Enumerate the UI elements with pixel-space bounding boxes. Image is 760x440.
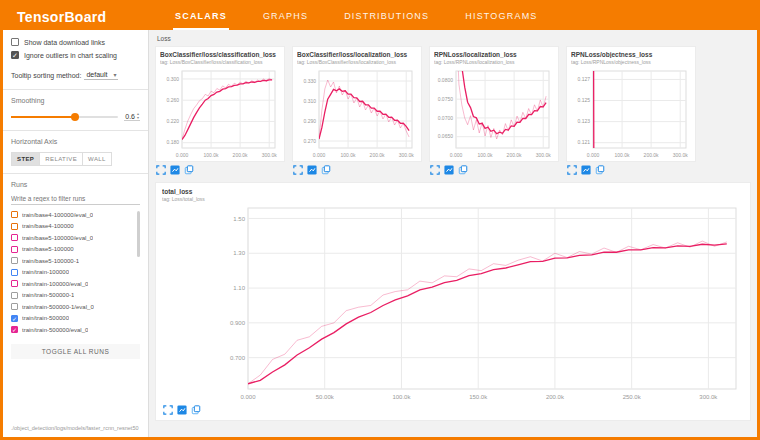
run-row[interactable]: ✓train/train-500000 [11, 313, 140, 325]
pin-chart-icon[interactable] [458, 165, 468, 175]
smoothing-slider[interactable] [11, 116, 118, 118]
svg-text:0.000: 0.000 [240, 394, 256, 400]
run-checkbox[interactable] [11, 257, 18, 264]
chart-canvas[interactable]: 0.000100.0k200.0k300.0k0.1800.2200.2600.… [160, 67, 280, 159]
run-checkbox[interactable] [11, 246, 18, 253]
pin-chart-icon[interactable] [184, 165, 194, 175]
expand-chart-icon[interactable] [170, 165, 180, 175]
svg-text:100.0k: 100.0k [204, 152, 220, 158]
fullscreen-icon[interactable] [293, 165, 303, 175]
svg-text:0.127: 0.127 [577, 76, 590, 82]
fullscreen-icon[interactable] [567, 165, 577, 175]
run-row[interactable]: train/base5-100000 [11, 244, 140, 256]
run-row[interactable]: train/base5-100000-1 [11, 255, 140, 267]
run-row[interactable]: train/train-500000-1/eval_0 [11, 301, 140, 313]
run-row[interactable]: train/base4-100000 [11, 221, 140, 233]
pin-chart-icon[interactable] [321, 165, 331, 175]
svg-text:100.0k: 100.0k [392, 394, 411, 400]
run-checkbox[interactable] [11, 234, 18, 241]
run-label: train/base5-100000-1 [22, 258, 79, 264]
checkbox-icon [11, 38, 19, 46]
tab-scalars[interactable]: SCALARS [173, 3, 229, 30]
run-label: train/train-500000 [22, 315, 69, 321]
smoothing-value: 0.6 [125, 113, 135, 120]
svg-text:0.000: 0.000 [450, 152, 463, 158]
horizontal-axis-toggle: STEP RELATIVE WALL [11, 152, 140, 166]
run-row[interactable]: train/train-100000 [11, 267, 140, 279]
tab-graphs[interactable]: GRAPHS [261, 3, 310, 30]
run-checkbox[interactable] [11, 211, 18, 218]
run-checkbox[interactable] [11, 280, 18, 287]
run-checkbox[interactable] [11, 303, 18, 310]
pin-chart-icon[interactable] [595, 165, 605, 175]
runs-scrollbar[interactable] [137, 211, 140, 257]
svg-text:300.0k: 300.0k [399, 152, 415, 158]
stepper-arrows-icon[interactable]: ▴▾ [137, 112, 139, 120]
runs-filter-input[interactable] [11, 193, 140, 205]
tooltip-sorting-select[interactable]: default ▾ [84, 70, 118, 80]
run-label: train/train-100000/eval_0 [22, 281, 88, 287]
run-checkbox[interactable] [11, 223, 18, 230]
svg-text:200.0k: 200.0k [370, 152, 386, 158]
axis-relative-button[interactable]: RELATIVE [40, 152, 83, 166]
svg-text:0.220: 0.220 [166, 118, 179, 124]
run-row[interactable]: train/train-100000/eval_0 [11, 278, 140, 290]
chart-tag: tag: Loss/BoxClassifier/loss/localizatio… [297, 59, 417, 65]
tooltip-sorting-row: Tooltip sorting method: default ▾ [11, 70, 140, 80]
chart-canvas[interactable]: 0.000100.0k200.0k300.0k0.06500.07000.075… [434, 67, 554, 159]
run-checkbox[interactable]: ✓ [11, 326, 18, 333]
run-row[interactable]: train/base5-100000/eval_0 [11, 232, 140, 244]
svg-text:0.121: 0.121 [577, 139, 590, 145]
run-checkbox[interactable] [11, 269, 18, 276]
run-row[interactable]: train/train-500000-1 [11, 290, 140, 302]
fullscreen-icon[interactable] [430, 165, 440, 175]
fullscreen-icon[interactable] [163, 405, 173, 415]
axis-step-button[interactable]: STEP [11, 152, 40, 166]
expand-chart-icon[interactable] [444, 165, 454, 175]
toggle-all-runs-button[interactable]: TOGGLE ALL RUNS [11, 344, 140, 359]
svg-text:0.000: 0.000 [587, 152, 600, 158]
tab-histograms[interactable]: HISTOGRAMS [463, 3, 539, 30]
run-checkbox[interactable] [11, 292, 18, 299]
chart-title: RPNLoss/objectness_loss [571, 51, 691, 58]
run-label: train/train-500000-1/eval_0 [22, 304, 94, 310]
smoothing-value-input[interactable]: 0.6 ▴▾ [124, 112, 140, 121]
chart-block: BoxClassifier/loss/localization_loss tag… [292, 46, 422, 178]
divider [3, 130, 148, 131]
svg-text:100.0k: 100.0k [341, 152, 357, 158]
show-download-links-checkbox[interactable]: Show data download links [11, 38, 140, 46]
chart-canvas[interactable]: 0.000100.0k200.0k300.0k0.1210.1230.1250.… [571, 67, 691, 159]
chart-title: BoxClassifier/loss/classification_loss [160, 51, 280, 58]
group-header-loss[interactable]: Loss [157, 35, 751, 42]
expand-chart-icon[interactable] [581, 165, 591, 175]
svg-text:300.0k: 300.0k [262, 152, 278, 158]
chart-block: RPNLoss/objectness_loss tag: Loss/RPNLos… [566, 46, 696, 178]
run-label: train/base5-100000/eval_0 [22, 235, 93, 241]
fullscreen-icon[interactable] [156, 165, 166, 175]
ignore-outliers-checkbox[interactable]: ✓ Ignore outliers in chart scaling [11, 51, 140, 59]
run-label: train/train-100000 [22, 269, 69, 275]
run-row[interactable]: train/base4-100000/eval_0 [11, 209, 140, 221]
tab-distributions[interactable]: DISTRIBUTIONS [342, 3, 431, 30]
run-label: train/train-500000-1 [22, 292, 74, 298]
logdir-path: ./object_detection/logs/models/faster_rc… [11, 421, 140, 433]
pin-chart-icon[interactable] [191, 405, 201, 415]
slider-thumb[interactable] [71, 113, 79, 121]
svg-text:0.330: 0.330 [303, 78, 316, 84]
run-row[interactable]: ✓train/train-500000/eval_0 [11, 324, 140, 336]
chart-canvas[interactable]: 0.00050.00k100.0k150.0k200.0k250.0k300.0… [162, 204, 744, 402]
run-label: train/base4-100000 [22, 223, 74, 229]
expand-chart-icon[interactable] [177, 405, 187, 415]
svg-text:1.10: 1.10 [233, 285, 245, 291]
divider [3, 89, 148, 90]
top-bar: TensorBoard SCALARS GRAPHS DISTRIBUTIONS… [3, 3, 757, 30]
svg-text:0.0750: 0.0750 [438, 96, 454, 102]
axis-wall-button[interactable]: WALL [83, 152, 112, 166]
run-label: train/base4-100000/eval_0 [22, 212, 93, 218]
run-checkbox[interactable]: ✓ [11, 315, 18, 322]
app-title: TensorBoard [3, 9, 173, 25]
chart-block: RPNLoss/localization_loss tag: Loss/RPNL… [429, 46, 559, 178]
expand-chart-icon[interactable] [307, 165, 317, 175]
tooltip-sorting-label: Tooltip sorting method: [11, 72, 81, 79]
chart-canvas[interactable]: 0.000100.0k200.0k300.0k0.2700.2900.3100.… [297, 67, 417, 159]
